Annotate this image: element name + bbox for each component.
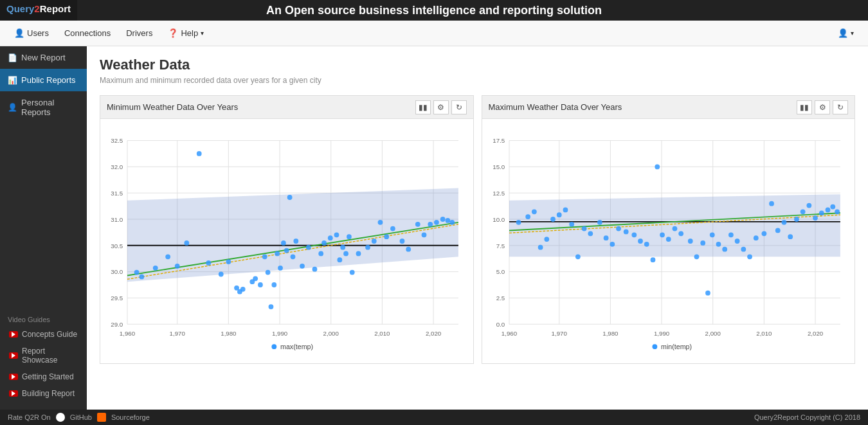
charts-row: Minimum Weather Data Over Years ▮▮ ⚙ ↻ 3… [100,95,855,364]
svg-point-151 [734,239,739,244]
svg-point-148 [716,242,721,247]
svg-point-139 [660,232,665,237]
svg-point-145 [700,240,705,246]
svg-point-118 [525,214,530,219]
chart-min-settings-icon[interactable]: ⚙ [433,100,449,114]
chart-min-header: Minimum Weather Data Over Years ▮▮ ⚙ ↻ [100,96,473,119]
help-icon: ❓ [168,28,178,38]
public-reports-icon: 📊 [8,76,17,85]
svg-point-144 [694,254,699,259]
svg-point-44 [266,270,271,275]
svg-point-127 [581,226,586,231]
svg-text:31.5: 31.5 [111,190,123,197]
chart-max-header: Maximum Weather Data Over Years ▮▮ ⚙ ↻ [482,96,855,119]
nav-user-menu[interactable]: 👤 ▾ [830,21,862,46]
svg-point-56 [312,267,318,272]
svg-point-158 [781,220,786,225]
svg-point-62 [340,245,345,250]
chart-min-bar-icon[interactable]: ▮▮ [415,100,431,114]
chart-max-weather: Maximum Weather Data Over Years ▮▮ ⚙ ↻ 1… [482,95,856,364]
svg-point-130 [603,235,608,240]
nav-connections-label: Connections [64,28,111,38]
svg-marker-113 [509,194,840,257]
sidebar-public-reports[interactable]: 📊 Public Reports [0,69,87,91]
page-title: Weather Data [100,57,855,73]
nav-drivers[interactable]: Drivers [118,21,160,46]
copyright: Query2Report Copyright (C) 2018 [754,413,860,421]
app-title: An Open source business intelligence and… [266,4,602,17]
svg-point-143 [687,239,692,244]
sidebar: 📄 New Report 📊 Public Reports 👤 Personal… [0,46,87,410]
svg-text:31.0: 31.0 [111,216,123,223]
svg-point-161 [800,209,805,214]
sidebar-link-building-report-label: Building Report [22,389,75,398]
chart-min-body: 32.5 32.0 31.5 31.0 30.5 30.0 29.5 29.0 [100,119,473,363]
svg-point-59 [328,235,333,240]
svg-text:30.5: 30.5 [111,242,123,249]
nav-connections[interactable]: Connections [57,21,118,46]
nav-users-label: Users [27,28,49,38]
nav-users[interactable]: 👤 Users [6,21,57,46]
svg-text:2,020: 2,020 [426,330,442,337]
user-avatar-icon: 👤 [838,28,848,38]
sidebar-link-getting-started[interactable]: Getting Started [0,368,87,385]
svg-point-138 [655,164,660,169]
svg-text:17.5: 17.5 [493,137,505,144]
svg-point-28 [139,274,144,279]
chart-max-bar-icon[interactable]: ▮▮ [797,100,812,114]
svg-point-149 [722,247,727,252]
svg-point-35 [219,272,224,277]
svg-point-54 [300,264,305,269]
svg-point-79 [446,218,451,223]
sidebar-link-concepts[interactable]: Concepts Guide [0,326,87,343]
sidebar-link-showcase[interactable]: Report Showcase [0,343,87,368]
svg-point-141 [672,226,677,231]
svg-point-76 [428,222,433,227]
sidebar-new-report[interactable]: 📄 New Report [0,46,87,69]
svg-point-154 [753,235,758,240]
nav-help[interactable]: ❓ Help ▾ [160,21,212,46]
navbar: 👤 Users Connections Drivers ❓ Help ▾ 👤 ▾ [0,21,868,46]
github-icon [56,413,65,422]
chart-min-refresh-icon[interactable]: ↻ [451,100,467,114]
svg-point-163 [813,215,818,221]
svg-text:29.0: 29.0 [111,321,123,328]
svg-text:max(temp): max(temp) [280,343,313,350]
svg-point-69 [378,220,383,225]
svg-point-126 [575,254,580,259]
svg-point-27 [134,270,140,275]
svg-point-147 [709,232,714,237]
sourceforge-icon [97,413,106,422]
user-menu-chevron: ▾ [851,30,854,37]
svg-text:1,970: 1,970 [551,330,567,337]
sourceforge-link[interactable]: Sourceforge [111,413,150,421]
svg-point-66 [356,251,361,257]
chart-max-settings-icon[interactable]: ⚙ [815,100,830,114]
main-content: Weather Data Maximum and minimum recorde… [87,46,868,410]
svg-text:2.5: 2.5 [496,294,505,302]
sidebar-personal-reports[interactable]: 👤 Personal Reports [0,91,87,123]
svg-point-31 [175,264,180,269]
github-link[interactable]: GitHub [70,413,92,421]
svg-point-30 [165,254,170,259]
svg-text:7.5: 7.5 [496,242,505,249]
svg-point-68 [372,239,377,244]
svg-point-122 [550,217,556,222]
chart-max-refresh-icon[interactable]: ↻ [833,100,848,114]
svg-point-131 [610,242,615,247]
help-chevron-icon: ▾ [201,30,204,37]
svg-point-124 [563,208,568,213]
svg-point-72 [400,239,405,244]
svg-point-121 [544,237,549,242]
svg-point-78 [440,217,446,222]
svg-point-47 [275,251,280,257]
public-reports-label: Public Reports [21,75,76,85]
svg-point-117 [516,220,521,225]
logo-report: Report [40,3,71,14]
nav-help-label: Help [181,28,198,38]
sidebar-link-building-report[interactable]: Building Report [0,385,87,402]
logo-bar: Query2Report [0,0,77,21]
svg-point-36 [226,259,231,264]
personal-reports-icon: 👤 [8,103,17,112]
svg-point-133 [623,230,628,235]
